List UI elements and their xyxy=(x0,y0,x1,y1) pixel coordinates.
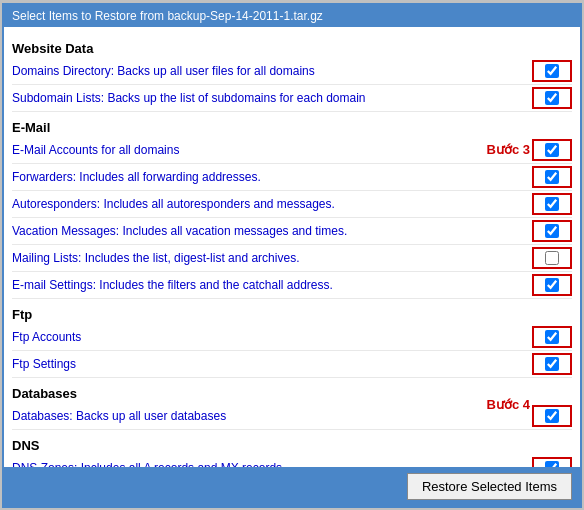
item-checkbox[interactable] xyxy=(545,143,559,157)
checkbox-cell xyxy=(532,87,572,109)
table-row: Ftp Accounts xyxy=(12,324,572,351)
step3-annotation: Bước 3 xyxy=(487,142,530,157)
dialog-title: Select Items to Restore from backup-Sep-… xyxy=(4,5,580,27)
checkbox-cell xyxy=(532,193,572,215)
dialog-body: Bước 3 Bước 4 Website DataDomains Direct… xyxy=(4,27,580,467)
item-checkbox[interactable] xyxy=(545,461,559,467)
item-label: Subdomain Lists: Backs up the list of su… xyxy=(12,91,532,105)
checkbox-cell xyxy=(532,60,572,82)
restore-selected-button[interactable]: Restore Selected Items xyxy=(407,473,572,500)
item-checkbox[interactable] xyxy=(545,197,559,211)
item-label: E-Mail Accounts for all domains xyxy=(12,143,532,157)
item-checkbox[interactable] xyxy=(545,170,559,184)
checkbox-cell xyxy=(532,457,572,467)
section-header-2: Ftp xyxy=(12,307,572,322)
table-row: Forwarders: Includes all forwarding addr… xyxy=(12,164,572,191)
table-row: Vacation Messages: Includes all vacation… xyxy=(12,218,572,245)
checkbox-cell xyxy=(532,274,572,296)
item-checkbox[interactable] xyxy=(545,64,559,78)
table-row: Mailing Lists: Includes the list, digest… xyxy=(12,245,572,272)
restore-dialog: Select Items to Restore from backup-Sep-… xyxy=(2,3,582,508)
table-row: Ftp Settings xyxy=(12,351,572,378)
dialog-footer: Restore Selected Items xyxy=(4,467,580,506)
item-label: Ftp Accounts xyxy=(12,330,532,344)
item-label: Mailing Lists: Includes the list, digest… xyxy=(12,251,532,265)
section-header-1: E-Mail xyxy=(12,120,572,135)
item-checkbox[interactable] xyxy=(545,278,559,292)
table-row: Autoresponders: Includes all autorespond… xyxy=(12,191,572,218)
checkbox-cell xyxy=(532,326,572,348)
checkbox-cell xyxy=(532,166,572,188)
item-label: DNS Zones: Includes all A records and MX… xyxy=(12,461,532,467)
checkbox-cell xyxy=(532,139,572,161)
step4-annotation: Bước 4 xyxy=(487,397,530,412)
checkbox-cell xyxy=(532,405,572,427)
item-checkbox[interactable] xyxy=(545,330,559,344)
item-label: Ftp Settings xyxy=(12,357,532,371)
checkbox-cell xyxy=(532,353,572,375)
item-checkbox[interactable] xyxy=(545,357,559,371)
item-label: E-mail Settings: Includes the filters an… xyxy=(12,278,532,292)
item-label: Forwarders: Includes all forwarding addr… xyxy=(12,170,532,184)
table-row: E-mail Settings: Includes the filters an… xyxy=(12,272,572,299)
table-row: Domains Directory: Backs up all user fil… xyxy=(12,58,572,85)
checkbox-cell xyxy=(532,220,572,242)
checkbox-cell xyxy=(532,247,572,269)
item-checkbox[interactable] xyxy=(545,224,559,238)
table-row: DNS Zones: Includes all A records and MX… xyxy=(12,455,572,467)
item-label: Autoresponders: Includes all autorespond… xyxy=(12,197,532,211)
item-label: Vacation Messages: Includes all vacation… xyxy=(12,224,532,238)
table-row: Subdomain Lists: Backs up the list of su… xyxy=(12,85,572,112)
item-checkbox[interactable] xyxy=(545,91,559,105)
section-header-0: Website Data xyxy=(12,41,572,56)
item-checkbox[interactable] xyxy=(545,251,559,265)
item-checkbox[interactable] xyxy=(545,409,559,423)
item-label: Databases: Backs up all user databases xyxy=(12,409,532,423)
item-label: Domains Directory: Backs up all user fil… xyxy=(12,64,532,78)
section-header-4: DNS xyxy=(12,438,572,453)
